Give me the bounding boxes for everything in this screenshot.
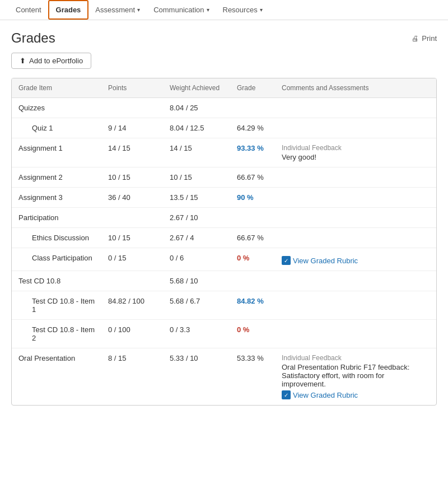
page-header: Grades 🖨 Print — [0, 20, 448, 53]
cell-comments — [275, 291, 436, 320]
cell-weight: 5.68 / 6.7 — [163, 291, 230, 320]
view-graded-rubric-link[interactable]: ✓ View Graded Rubric — [282, 390, 358, 399]
grades-table-wrapper: Grade Item Points Weight Achieved Grade … — [11, 78, 437, 406]
cell-grade: 90 % — [230, 188, 275, 208]
col-header-weight: Weight Achieved — [163, 78, 230, 98]
grades-table: Grade Item Points Weight Achieved Grade … — [12, 78, 436, 405]
cell-item: Assignment 1 — [12, 138, 101, 167]
cell-points — [101, 98, 163, 118]
cell-grade: 64.29 % — [230, 118, 275, 138]
col-header-grade: Grade — [230, 78, 275, 98]
cell-comments — [275, 208, 436, 228]
cell-comments — [275, 320, 436, 348]
cell-points: 14 / 15 — [101, 138, 163, 167]
cell-weight: 13.5 / 15 — [163, 188, 230, 208]
rubric-icon: ✓ — [282, 256, 291, 265]
grade-value: 84.82 % — [237, 297, 264, 305]
cell-grade — [230, 271, 275, 291]
cell-points: 0 / 100 — [101, 320, 163, 348]
cell-points: 10 / 15 — [101, 167, 163, 188]
upload-icon: ⬆ — [20, 57, 26, 65]
cell-weight: 5.33 / 10 — [163, 348, 230, 406]
cell-grade: 66.67 % — [230, 228, 275, 248]
grade-value: 90 % — [237, 193, 254, 202]
chevron-down-icon: ▾ — [260, 7, 263, 13]
cell-comments — [275, 188, 436, 208]
cell-grade: 66.67 % — [230, 167, 275, 188]
table-row: Test CD 10.8 - Item 184.82 / 1005.68 / 6… — [12, 291, 436, 320]
cell-item: Quizzes — [12, 98, 101, 118]
cell-item: Participation — [12, 208, 101, 228]
nav-item-content[interactable]: Content — [9, 1, 48, 18]
table-row: Assignment 114 / 1514 / 1593.33 %Individ… — [12, 138, 436, 167]
cell-item: Oral Presentation — [12, 348, 101, 406]
cell-weight: 10 / 15 — [163, 167, 230, 188]
chevron-down-icon: ▾ — [207, 7, 209, 13]
cell-item: Quiz 1 — [12, 118, 101, 138]
cell-weight: 14 / 15 — [163, 138, 230, 167]
table-row: Test CD 10.85.68 / 10 — [12, 271, 436, 291]
cell-points: 9 / 14 — [101, 118, 163, 138]
table-row: Participation2.67 / 10 — [12, 208, 436, 228]
nav-item-assessment[interactable]: Assessment ▾ — [88, 1, 147, 18]
cell-item: Test CD 10.8 — [12, 271, 101, 291]
cell-comments — [275, 167, 436, 188]
cell-comments — [275, 118, 436, 138]
comment-label: Individual Feedback — [282, 144, 430, 152]
grade-value: 93.33 % — [237, 144, 264, 152]
col-header-item: Grade Item — [12, 78, 101, 98]
table-header: Grade Item Points Weight Achieved Grade … — [12, 78, 436, 98]
cell-comments — [275, 271, 436, 291]
comment-text: Oral Presentation Rubric F17 feedback: S… — [282, 363, 430, 388]
nav-item-communication[interactable]: Communication ▾ — [147, 1, 216, 18]
cell-grade: 53.33 % — [230, 348, 275, 406]
cell-grade: 93.33 % — [230, 138, 275, 167]
page-title: Grades — [11, 30, 55, 46]
nav-bar: Content Grades Assessment ▾ Communicatio… — [0, 0, 448, 20]
grade-value: 0 % — [237, 254, 249, 262]
cell-grade: 0 % — [230, 248, 275, 271]
cell-weight: 8.04 / 25 — [163, 98, 230, 118]
cell-grade — [230, 208, 275, 228]
col-header-comments: Comments and Assessments — [275, 78, 436, 98]
cell-comments — [275, 228, 436, 248]
cell-item: Test CD 10.8 - Item 1 — [12, 291, 101, 320]
cell-weight: 2.67 / 4 — [163, 228, 230, 248]
nav-item-grades[interactable]: Grades — [48, 0, 89, 20]
nav-item-resources[interactable]: Resources ▾ — [216, 1, 269, 18]
grades-tbody: Quizzes8.04 / 25Quiz 19 / 148.04 / 12.56… — [12, 98, 436, 406]
chevron-down-icon: ▾ — [137, 7, 140, 13]
cell-comments: ✓ View Graded Rubric — [275, 248, 436, 271]
cell-weight: 0 / 3.3 — [163, 320, 230, 348]
cell-item: Ethics Discussion — [12, 228, 101, 248]
table-row: Quiz 19 / 148.04 / 12.564.29 % — [12, 118, 436, 138]
cell-points — [101, 208, 163, 228]
rubric-link-label: View Graded Rubric — [293, 257, 358, 265]
add-to-eportfolio-button[interactable]: ⬆ Add to ePortfolio — [11, 53, 91, 69]
cell-weight: 8.04 / 12.5 — [163, 118, 230, 138]
toolbar: ⬆ Add to ePortfolio — [0, 53, 448, 78]
comment-text: Very good! — [282, 153, 430, 161]
table-row: Oral Presentation8 / 155.33 / 1053.33 %I… — [12, 348, 436, 406]
view-graded-rubric-link[interactable]: ✓ View Graded Rubric — [282, 256, 358, 265]
rubric-icon: ✓ — [282, 390, 291, 399]
print-button[interactable]: 🖨 Print — [412, 34, 437, 43]
cell-comments: Individual FeedbackOral Presentation Rub… — [275, 348, 436, 406]
cell-points: 0 / 15 — [101, 248, 163, 271]
cell-points: 8 / 15 — [101, 348, 163, 406]
cell-weight: 2.67 / 10 — [163, 208, 230, 228]
table-row: Test CD 10.8 - Item 20 / 1000 / 3.30 % — [12, 320, 436, 348]
cell-grade: 0 % — [230, 320, 275, 348]
grade-value: 0 % — [237, 325, 249, 334]
cell-points: 10 / 15 — [101, 228, 163, 248]
table-row: Assignment 210 / 1510 / 1566.67 % — [12, 167, 436, 188]
cell-item: Test CD 10.8 - Item 2 — [12, 320, 101, 348]
cell-comments: Individual FeedbackVery good! — [275, 138, 436, 167]
table-row: Ethics Discussion10 / 152.67 / 466.67 % — [12, 228, 436, 248]
comment-label: Individual Feedback — [282, 354, 430, 362]
cell-item: Class Participation — [12, 248, 101, 271]
cell-item: Assignment 3 — [12, 188, 101, 208]
table-row: Class Participation0 / 150 / 60 % ✓ View… — [12, 248, 436, 271]
cell-item: Assignment 2 — [12, 167, 101, 188]
print-icon: 🖨 — [412, 34, 419, 43]
